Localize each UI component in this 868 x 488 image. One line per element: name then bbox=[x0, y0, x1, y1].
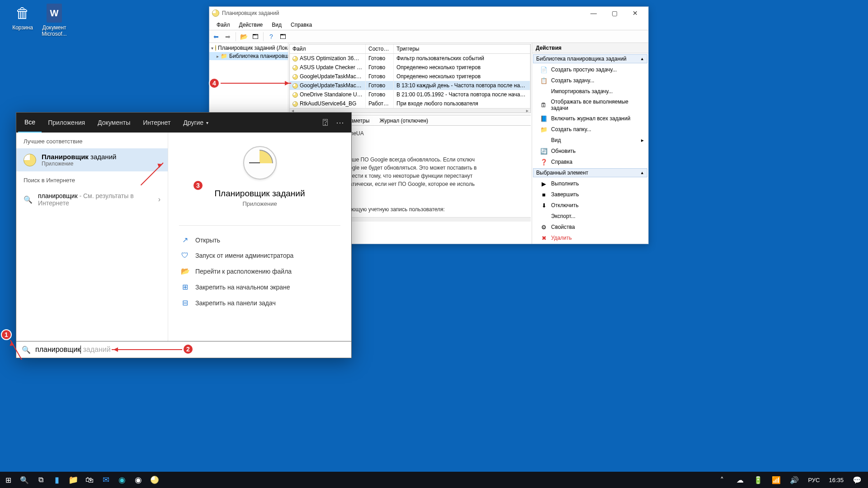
tab-history[interactable]: Журнал (отключен) bbox=[374, 115, 433, 126]
onedrive-icon[interactable]: ☁ bbox=[732, 472, 748, 488]
marker-2: 2 bbox=[183, 344, 193, 355]
desktop-icon-label: Документ Microsof... bbox=[38, 24, 71, 37]
taskbar-app-chrome[interactable]: ◉ bbox=[130, 472, 146, 488]
search-tab-docs[interactable]: Документы bbox=[91, 113, 137, 133]
nav-back-icon[interactable]: ⬅ bbox=[211, 32, 221, 42]
menu-help[interactable]: Справка bbox=[286, 21, 316, 29]
tray-expand-icon[interactable]: ˄ bbox=[714, 472, 730, 488]
action-item[interactable]: Вид▸ bbox=[532, 135, 648, 146]
action-item[interactable]: ❓Справка bbox=[532, 156, 648, 167]
search-preview-panel: Планировщик заданий Приложение ↗Открыть … bbox=[168, 133, 351, 357]
desktop-icon-recycle-bin[interactable]: 🗑 Корзина bbox=[6, 4, 39, 31]
tree-library[interactable]: ▸ 📁 Библиотека планировщи bbox=[209, 52, 288, 60]
nav-forward-icon[interactable]: ➡ bbox=[223, 32, 233, 42]
result-title: Планировщик заданий bbox=[42, 153, 116, 161]
search-tab-apps[interactable]: Приложения bbox=[42, 113, 91, 133]
wifi-icon[interactable]: 📶 bbox=[768, 472, 784, 488]
col-file[interactable]: Файл bbox=[290, 44, 366, 53]
search-tab-more[interactable]: Другие bbox=[177, 113, 215, 133]
action-item[interactable]: ▶Выполнить bbox=[532, 178, 648, 189]
menu-view[interactable]: Вид bbox=[267, 21, 286, 29]
tree-root[interactable]: ▾ Планировщик заданий (Лока bbox=[209, 44, 288, 52]
search-result-task-scheduler[interactable]: Планировщик заданий Приложение bbox=[16, 148, 168, 171]
word-icon: W bbox=[47, 4, 62, 23]
desktop-icon-word-doc[interactable]: W Документ Microsof... bbox=[38, 4, 71, 37]
action-item[interactable]: 🗓Отображать все выполняемые задачи bbox=[532, 97, 648, 113]
col-state[interactable]: Состояние bbox=[366, 44, 394, 53]
desktop-icon-label: Корзина bbox=[6, 24, 39, 31]
actions-section-selected[interactable]: Выбранный элемент▲ bbox=[533, 168, 647, 177]
search-tab-web[interactable]: Интернет bbox=[137, 113, 177, 133]
pin-taskbar-icon: ⊟ bbox=[181, 298, 189, 307]
action-item[interactable]: ⚙Свойства bbox=[532, 222, 648, 232]
task-row[interactable]: ASUS Update Checker 2.0ГотовоОпределено … bbox=[290, 63, 530, 72]
taskbar-app-store[interactable]: 🛍 bbox=[81, 472, 98, 488]
recycle-bin-icon: 🗑 bbox=[13, 4, 32, 23]
action-item[interactable]: ■Завершить bbox=[532, 189, 648, 200]
task-list: Файл Состояние Триггеры ASUS Optimizatio… bbox=[289, 44, 531, 113]
taskbar-app-edge[interactable]: ◉ bbox=[114, 472, 130, 488]
action-open[interactable]: ↗Открыть bbox=[179, 232, 340, 248]
properties-icon[interactable]: 🗔 bbox=[250, 32, 260, 42]
action-item[interactable]: 📋Создать задачу... bbox=[532, 75, 648, 86]
search-web-result[interactable]: 🔍 планировщик - См. результаты в Интерне… bbox=[16, 187, 168, 211]
more-icon[interactable]: ⋯ bbox=[336, 118, 344, 128]
search-flyout: Все Приложения Документы Интернет Другие… bbox=[16, 112, 352, 357]
task-list-header: Файл Состояние Триггеры bbox=[290, 44, 530, 54]
feedback-icon[interactable]: ⍰ bbox=[323, 118, 328, 128]
menubar: Файл Действие Вид Справка bbox=[209, 19, 648, 30]
language-indicator[interactable]: РУС bbox=[804, 477, 823, 483]
menu-file[interactable]: Файл bbox=[212, 21, 235, 29]
task-row[interactable]: GoogleUpdateTaskMachine...ГотовоОпределе… bbox=[290, 72, 530, 81]
task-row[interactable]: ASUS Optimization 36D18D...ГотовоФильтр … bbox=[290, 54, 530, 63]
help-icon[interactable]: ? bbox=[266, 32, 276, 42]
action-item[interactable]: 📄Создать простую задачу... bbox=[532, 64, 648, 75]
action-item[interactable]: Экспорт... bbox=[532, 211, 648, 222]
taskbar-app-explorer[interactable]: ▮ bbox=[49, 472, 65, 488]
marker-3: 3 bbox=[193, 180, 203, 191]
show-hide-tree-icon[interactable]: 📂 bbox=[239, 32, 249, 42]
taskbar-app-files[interactable]: 📁 bbox=[65, 472, 81, 488]
action-item[interactable]: ✖Удалить bbox=[532, 232, 648, 243]
maximize-button[interactable]: ▢ bbox=[604, 7, 625, 19]
action-item[interactable]: 🔄Обновить bbox=[532, 146, 648, 156]
clock[interactable]: 16:35 bbox=[825, 477, 847, 483]
search-input-value: планировщик заданий bbox=[35, 346, 111, 354]
action-pin-start[interactable]: ⊞Закрепить на начальном экране bbox=[179, 279, 340, 295]
action-item[interactable]: 📘Включить журнал всех заданий bbox=[532, 113, 648, 124]
start-button[interactable]: ⊞ bbox=[0, 472, 16, 488]
minimize-button[interactable]: — bbox=[583, 7, 604, 19]
refresh-icon[interactable]: 🗔 bbox=[278, 32, 288, 42]
search-tab-all[interactable]: Все bbox=[18, 113, 42, 133]
taskbar-app-mail[interactable]: ✉ bbox=[98, 472, 114, 488]
task-row[interactable]: RtkAudUService64_BGРаботаетПри входе люб… bbox=[290, 99, 530, 108]
action-item[interactable]: Импортировать задачу... bbox=[532, 86, 648, 97]
action-open-location[interactable]: 📂Перейти к расположению файла bbox=[179, 263, 340, 279]
preview-clock-icon bbox=[243, 146, 277, 180]
open-icon: ↗ bbox=[181, 236, 189, 244]
menu-action[interactable]: Действие bbox=[235, 21, 268, 29]
search-button[interactable]: 🔍 bbox=[16, 472, 33, 488]
volume-icon[interactable]: 🔊 bbox=[786, 472, 802, 488]
battery-icon[interactable]: 🔋 bbox=[750, 472, 766, 488]
titlebar[interactable]: Планировщик заданий — ▢ ✕ bbox=[209, 7, 648, 19]
action-pin-taskbar[interactable]: ⊟Закрепить на панели задач bbox=[179, 295, 340, 311]
task-view-button[interactable]: ⧉ bbox=[33, 472, 49, 488]
close-button[interactable]: ✕ bbox=[625, 7, 646, 19]
action-center-icon[interactable]: 💬 bbox=[849, 472, 865, 488]
task-row[interactable]: GoogleUpdateTaskMachine...ГотовоВ 13:10 … bbox=[290, 81, 530, 90]
action-item[interactable]: 📁Создать папку... bbox=[532, 124, 648, 135]
actions-section-library[interactable]: Библиотека планировщика заданий▲ bbox=[533, 54, 647, 63]
tree-root-label: Планировщик заданий (Лока bbox=[218, 45, 288, 51]
task-row[interactable]: OneDrive Standalone Updat...ГотовоВ 21:0… bbox=[290, 90, 530, 99]
action-item[interactable]: ⬇Отключить bbox=[532, 200, 648, 211]
action-run-admin[interactable]: 🛡Запуск от имени администратора bbox=[179, 248, 340, 263]
col-triggers[interactable]: Триггеры bbox=[394, 44, 530, 53]
search-icon: 🔍 bbox=[22, 346, 31, 354]
marker-4: 4 bbox=[209, 78, 220, 89]
taskbar-app-scheduler[interactable] bbox=[146, 472, 163, 488]
pin-start-icon: ⊞ bbox=[181, 283, 189, 291]
preview-subtitle: Приложение bbox=[242, 200, 277, 207]
result-subtitle: Приложение bbox=[42, 161, 116, 167]
clock-icon bbox=[215, 45, 216, 51]
